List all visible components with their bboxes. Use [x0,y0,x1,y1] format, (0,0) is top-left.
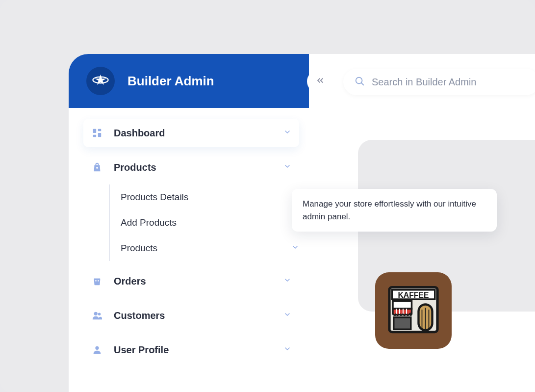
robot-icon [91,275,103,287]
sidebar: Dashboard Products Products Details [69,113,314,364]
svg-rect-5 [98,133,101,137]
svg-rect-3 [93,129,96,133]
user-icon [91,344,103,356]
svg-rect-8 [95,280,96,281]
svg-point-11 [98,313,101,316]
svg-point-12 [95,346,99,350]
svg-rect-9 [98,280,99,281]
star-orbit-icon [92,72,109,90]
svg-point-7 [96,167,98,169]
chevron-down-icon [283,128,291,138]
sidebar-collapse-button[interactable] [309,70,331,93]
users-icon [91,310,103,321]
svg-point-10 [94,312,98,315]
sidebar-item-label: Orders [114,276,283,287]
shop-card[interactable]: KAFFEE [375,272,452,349]
sidebar-item-label: Products [114,162,283,173]
svg-rect-6 [93,135,96,137]
app-title: Builder Admin [127,74,214,89]
search-input[interactable] [372,77,529,88]
app-logo [86,67,115,95]
svg-rect-4 [98,129,101,131]
sidebar-item-dashboard[interactable]: Dashboard [83,119,299,147]
chevron-double-left-icon [315,76,325,87]
svg-rect-21 [394,317,411,330]
svg-rect-16 [393,301,412,309]
sidebar-subitem-label: Products [121,243,157,254]
sidebar-item-label: Customers [114,310,283,321]
tooltip-text: Manage your store effortlessly with our … [303,199,476,221]
sidebar-item-customers[interactable]: Customers [83,301,299,330]
chevron-down-icon [283,276,291,286]
search-bar[interactable] [343,69,535,95]
sidebar-subitem-label: Add Products [121,217,177,228]
sidebar-item-user-profile[interactable]: User Profile [83,336,299,364]
storefront-icon: KAFFEE [386,282,441,339]
header-bar: Builder Admin [69,54,309,108]
sidebar-item-products[interactable]: Products [83,153,299,182]
sidebar-submenu-products: Products Details Add Products Products [109,184,299,261]
chevron-down-icon [291,243,299,254]
sidebar-item-orders[interactable]: Orders [83,267,299,295]
sidebar-subitem-products-details[interactable]: Products Details [121,184,299,210]
sidebar-item-label: Dashboard [114,128,283,139]
bag-icon [91,161,103,173]
search-icon [354,76,372,88]
chevron-down-icon [283,311,291,320]
sidebar-subitem-products[interactable]: Products [121,235,299,261]
sidebar-subitem-label: Products Details [121,192,188,203]
dashboard-icon [91,127,103,139]
sidebar-subitem-add-products[interactable]: Add Products [121,210,299,235]
page-canvas: Builder Admin [0,0,535,392]
app-window: Builder Admin [69,54,535,392]
sidebar-item-label: User Profile [114,344,283,356]
svg-line-2 [361,83,363,85]
info-tooltip: Manage your store effortlessly with our … [292,189,497,232]
svg-text:KAFFEE: KAFFEE [398,291,429,299]
chevron-down-icon [283,162,291,172]
chevron-down-icon [283,345,291,355]
